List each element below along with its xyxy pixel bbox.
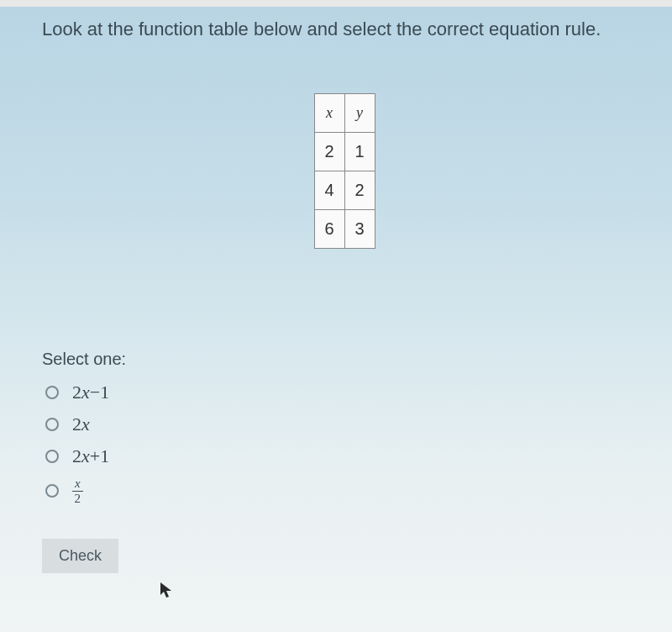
table-row: 2 1 — [314, 132, 375, 171]
function-table-container: x y 2 1 4 2 6 3 — [59, 93, 630, 249]
radio-icon[interactable] — [45, 484, 59, 498]
radio-icon[interactable] — [45, 386, 59, 399]
select-one-label: Select one: — [42, 350, 630, 369]
cursor-icon — [160, 582, 173, 600]
radio-icon[interactable] — [45, 418, 59, 431]
table-cell-y: 3 — [344, 209, 375, 248]
table-cell-y: 1 — [344, 132, 375, 171]
table-header-row: x y — [314, 93, 375, 132]
table-cell-x: 4 — [314, 171, 344, 209]
option-2-label: 2x — [72, 413, 90, 435]
option-1-label: 2x − 1 — [72, 382, 109, 403]
option-3[interactable]: 2x + 1 — [45, 445, 630, 467]
function-table: x y 2 1 4 2 6 3 — [314, 93, 375, 249]
table-cell-y: 2 — [344, 171, 375, 209]
question-text: Look at the function table below and sel… — [42, 17, 630, 43]
table-cell-x: 6 — [314, 209, 344, 248]
radio-icon[interactable] — [45, 450, 59, 463]
option-4[interactable]: x 2 — [45, 477, 630, 505]
option-1[interactable]: 2x − 1 — [45, 382, 630, 403]
table-header-x: x — [314, 93, 344, 132]
table-header-y: y — [344, 93, 375, 132]
table-cell-x: 2 — [314, 132, 344, 171]
option-4-label: x 2 — [72, 477, 83, 505]
option-3-label: 2x + 1 — [72, 445, 109, 467]
check-button[interactable]: Check — [42, 539, 118, 573]
table-row: 6 3 — [314, 209, 375, 248]
option-2[interactable]: 2x — [45, 413, 630, 435]
options-group: 2x − 1 2x 2x + 1 x 2 — [45, 382, 630, 505]
table-row: 4 2 — [314, 171, 375, 209]
